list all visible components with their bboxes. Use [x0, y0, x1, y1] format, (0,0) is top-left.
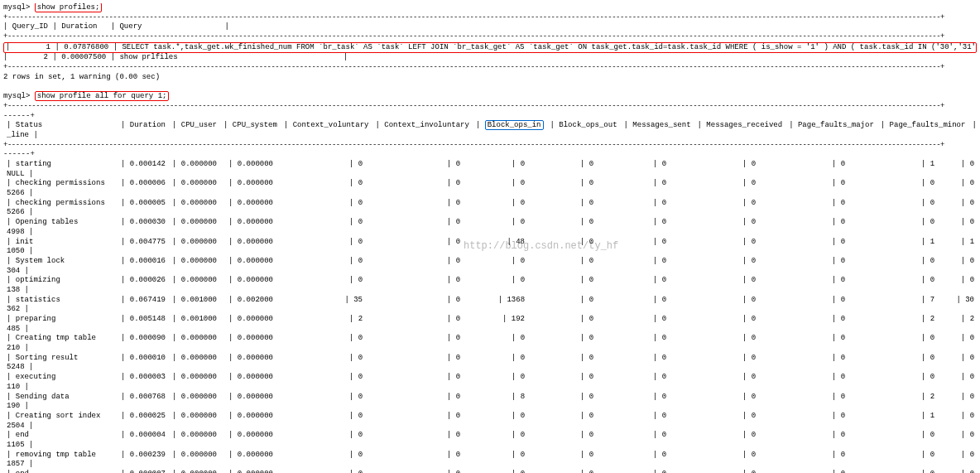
table-row: | init| 0.004775| 0.000000| 0.000000| 0|… [3, 238, 977, 248]
col-context_involuntary: | Context_involuntary [372, 121, 472, 131]
table-row: | end| 0.000007| 0.000000| 0.000000| 0| … [3, 470, 977, 473]
table-row: | statistics| 0.067419| 0.001000| 0.0020… [3, 296, 977, 306]
table-row: | Sorting result| 0.000010| 0.000000| 0.… [3, 354, 977, 364]
col-messages_received: | Messages_received [694, 121, 786, 131]
rows-info: 2 rows in set, 1 warning (0.00 sec) [3, 73, 977, 83]
query-row-1: | 1 | 0.07876800 | SELECT task.*,task_ge… [3, 42, 977, 54]
table-row: | checking permissions| 0.000006| 0.0000… [3, 179, 977, 189]
command-2: show profile all for query 1; [35, 91, 170, 101]
profile-table: | Status| Duration| CPU_user| CPU_system… [3, 121, 977, 140]
col-block_ops_out: | Block_ops_out [547, 121, 621, 131]
col-status: | Status [3, 121, 118, 131]
profile-data: | starting| 0.000142| 0.000000| 0.000000… [3, 160, 977, 473]
col-block_ops_in: | Block_ops_in [473, 121, 547, 131]
col-swaps: | Swaps [968, 121, 977, 131]
table-row: | preparing| 0.005148| 0.001000| 0.00000… [3, 315, 977, 325]
col-page_faults_major: | Page_faults_major [785, 121, 877, 131]
table-row: | Opening tables| 0.000030| 0.000000| 0.… [3, 218, 977, 228]
table-row: | Creating tmp table| 0.000090| 0.000000… [3, 334, 977, 344]
table-row: | Creating sort index| 0.000025| 0.00000… [3, 412, 977, 422]
table-row: | removing tmp table| 0.000239| 0.000000… [3, 451, 977, 461]
col-page_faults_minor: | Page_faults_minor [877, 121, 969, 131]
col-cpu_system: | CPU_system [220, 121, 281, 131]
table-row: | optimizing| 0.000026| 0.000000| 0.0000… [3, 276, 977, 286]
col-messages_sent: | Messages_sent [621, 121, 694, 131]
command-1: show profiles; [35, 3, 103, 12]
table-row: | end| 0.000004| 0.000000| 0.000000| 0| … [3, 431, 977, 441]
table-row: | executing| 0.000003| 0.000000| 0.00000… [3, 373, 977, 383]
table-row: | System lock| 0.000016| 0.000000| 0.000… [3, 257, 977, 267]
terminal-output: mysql> show profiles; +-----------------… [3, 3, 977, 473]
col-context_voluntary: | Context_voluntary [281, 121, 372, 131]
table-row: | Sending data| 0.000768| 0.000000| 0.00… [3, 393, 977, 403]
col-cpu_user: | CPU_user [169, 121, 220, 131]
col-duration: | Duration [118, 121, 169, 131]
table-row: | starting| 0.000142| 0.000000| 0.000000… [3, 160, 977, 170]
table-row: | checking permissions| 0.000005| 0.0000… [3, 199, 977, 209]
